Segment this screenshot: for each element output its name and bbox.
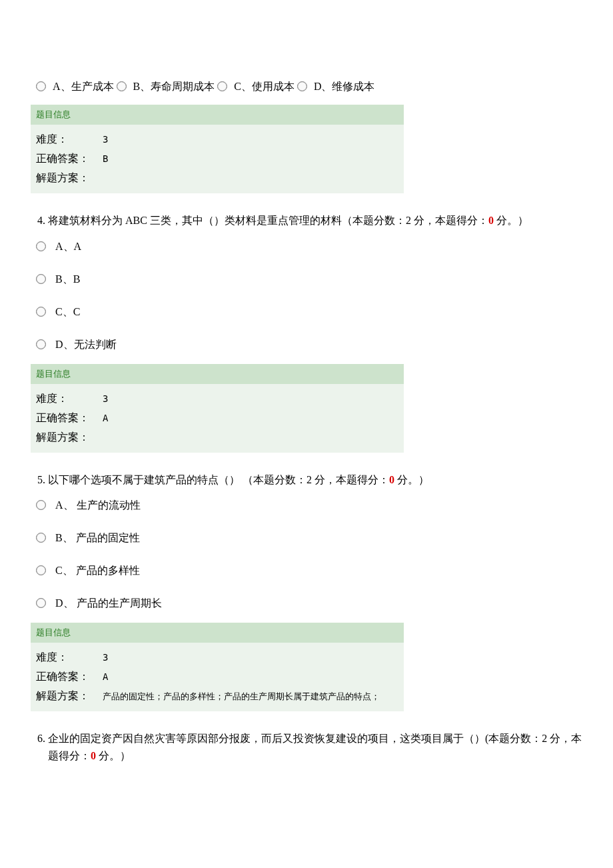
question-text: 将建筑材料分为 ABC 三类，其中（）类材料是重点管理的材料（本题分数：2 分，…	[48, 212, 586, 229]
radio-icon	[36, 598, 46, 608]
stem-pre: 将建筑材料分为 ABC 三类，其中（）类材料是重点管理的材料（本题分数：2 分，…	[48, 215, 488, 226]
difficulty-label: 难度：	[36, 133, 103, 147]
question-stem: 6. 企业的固定资产因自然灾害等原因部分报废，而后又投资恢复建设的项目，这类项目…	[27, 730, 586, 764]
answer-row: 正确答案： A	[36, 667, 398, 687]
info-header: 题目信息	[31, 623, 404, 643]
solution-label: 解题方案：	[36, 431, 103, 445]
solution-row: 解题方案：	[36, 169, 398, 188]
option-label: B、 产品的固定性	[55, 531, 140, 545]
difficulty-row: 难度： 3	[36, 389, 398, 409]
answer-label: 正确答案：	[36, 670, 103, 684]
option-d[interactable]: D、 产品的生产周期长	[36, 597, 584, 611]
option-a[interactable]: A、 生产的流动性	[36, 499, 584, 513]
stem-post: 分。）	[96, 750, 131, 761]
info-body: 难度： 3 正确答案： A 解题方案： 产品的固定性；产品的多样性；产品的生产周…	[31, 643, 404, 711]
question-text: 以下哪个选项不属于建筑产品的特点（） （本题分数：2 分，本题得分：0 分。）	[48, 471, 586, 489]
option-a[interactable]: A、生产成本	[36, 80, 114, 94]
option-c[interactable]: C、 产品的多样性	[36, 564, 584, 578]
solution-value: 产品的固定性；产品的多样性；产品的生产周期长属于建筑产品的特点；	[103, 691, 380, 703]
option-label: B、B	[55, 273, 80, 287]
question-stem: 4. 将建筑材料分为 ABC 三类，其中（）类材料是重点管理的材料（本题分数：2…	[27, 212, 586, 229]
info-box: 题目信息 难度： 3 正确答案： A 解题方案：	[31, 364, 404, 453]
stem-post: 分。）	[494, 215, 528, 226]
info-header: 题目信息	[31, 364, 404, 384]
radio-icon	[36, 339, 46, 349]
answer-label: 正确答案：	[36, 152, 103, 166]
question-text: 企业的固定资产因自然灾害等原因部分报废，而后又投资恢复建设的项目，这类项目属于（…	[48, 730, 586, 764]
info-box: 题目信息 难度： 3 正确答案： A 解题方案： 产品的固定性；产品的多样性；产…	[31, 623, 404, 711]
radio-icon	[117, 81, 127, 91]
option-label: D、 产品的生产周期长	[55, 597, 162, 611]
option-d[interactable]: D、无法判断	[36, 338, 584, 352]
info-body: 难度： 3 正确答案： B 解题方案：	[31, 125, 404, 193]
score-earned: 0	[488, 215, 494, 226]
difficulty-value: 3	[103, 393, 108, 404]
solution-row: 解题方案：	[36, 428, 398, 447]
score-earned: 0	[91, 750, 96, 761]
stem-post: 分。）	[394, 474, 429, 485]
solution-label: 解题方案：	[36, 689, 103, 703]
difficulty-label: 难度：	[36, 651, 103, 665]
question-3: A、生产成本 B、寿命周期成本 C、使用成本 D、维修成本 题目信息 难度： 3	[27, 80, 586, 193]
radio-icon	[36, 307, 46, 317]
info-body: 难度： 3 正确答案： A 解题方案：	[31, 384, 404, 453]
options-block: A、A B、B C、C D、无法判断	[36, 240, 586, 352]
solution-label: 解题方案：	[36, 171, 103, 185]
solution-row: 解题方案： 产品的固定性；产品的多样性；产品的生产周期长属于建筑产品的特点；	[36, 687, 398, 706]
answer-label: 正确答案：	[36, 411, 103, 425]
answer-value: B	[103, 153, 108, 164]
option-label: A、生产成本	[53, 80, 114, 94]
question-6: 6. 企业的固定资产因自然灾害等原因部分报废，而后又投资恢复建设的项目，这类项目…	[27, 730, 586, 764]
difficulty-row: 难度： 3	[36, 648, 398, 667]
question-number: 5.	[27, 471, 48, 489]
answer-value: A	[103, 413, 108, 423]
difficulty-value: 3	[103, 134, 108, 145]
option-label: A、A	[55, 240, 81, 254]
difficulty-row: 难度： 3	[36, 130, 398, 149]
answer-row: 正确答案： A	[36, 409, 398, 428]
radio-icon	[36, 500, 46, 510]
options-inline: A、生产成本 B、寿命周期成本 C、使用成本 D、维修成本	[36, 80, 586, 94]
info-box: 题目信息 难度： 3 正确答案： B 解题方案：	[31, 105, 404, 193]
difficulty-label: 难度：	[36, 392, 103, 406]
option-c[interactable]: C、使用成本	[217, 80, 295, 94]
option-b[interactable]: B、B	[36, 273, 584, 287]
question-number: 4.	[27, 212, 48, 229]
radio-icon	[36, 533, 46, 543]
radio-icon	[297, 81, 307, 91]
radio-icon	[36, 241, 46, 251]
option-label: D、无法判断	[55, 338, 117, 352]
answer-value: A	[103, 671, 108, 682]
radio-icon	[36, 274, 46, 284]
question-5: 5. 以下哪个选项不属于建筑产品的特点（） （本题分数：2 分，本题得分：0 分…	[27, 471, 586, 712]
radio-icon	[36, 565, 46, 575]
option-b[interactable]: B、寿命周期成本	[117, 80, 215, 94]
option-label: C、 产品的多样性	[55, 564, 140, 578]
question-4: 4. 将建筑材料分为 ABC 三类，其中（）类材料是重点管理的材料（本题分数：2…	[27, 212, 586, 453]
score-earned: 0	[389, 474, 394, 485]
question-number: 6.	[27, 730, 48, 747]
page-content: A、生产成本 B、寿命周期成本 C、使用成本 D、维修成本 题目信息 难度： 3	[0, 0, 613, 809]
stem-pre: 以下哪个选项不属于建筑产品的特点（） （本题分数：2 分，本题得分：	[48, 474, 389, 485]
option-d[interactable]: D、维修成本	[297, 80, 375, 94]
radio-icon	[36, 81, 46, 91]
option-label: D、维修成本	[314, 80, 375, 94]
question-stem: 5. 以下哪个选项不属于建筑产品的特点（） （本题分数：2 分，本题得分：0 分…	[27, 471, 586, 489]
answer-row: 正确答案： B	[36, 149, 398, 169]
option-label: A、 生产的流动性	[55, 499, 141, 513]
difficulty-value: 3	[103, 652, 108, 663]
option-label: C、C	[55, 305, 80, 319]
option-label: C、使用成本	[234, 80, 295, 94]
option-a[interactable]: A、A	[36, 240, 584, 254]
info-header: 题目信息	[31, 105, 404, 125]
option-c[interactable]: C、C	[36, 305, 584, 319]
options-block: A、 生产的流动性 B、 产品的固定性 C、 产品的多样性 D、 产品的生产周期…	[36, 499, 586, 611]
radio-icon	[217, 81, 227, 91]
option-b[interactable]: B、 产品的固定性	[36, 531, 584, 545]
option-label: B、寿命周期成本	[133, 80, 215, 94]
